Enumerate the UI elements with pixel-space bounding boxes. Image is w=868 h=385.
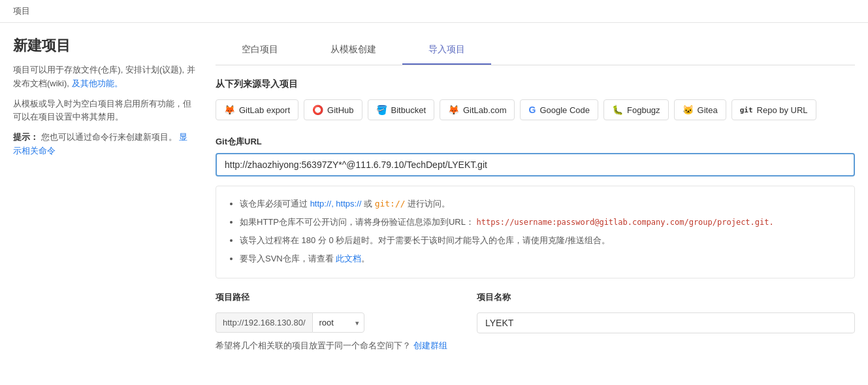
- example-url-code: https://username:password@gitlab.company…: [477, 218, 774, 227]
- source-repo-by-url[interactable]: git Repo by URL: [731, 99, 816, 120]
- tip-text: 您也可以通过命令行来创建新项目。: [41, 132, 177, 142]
- source-bitbucket[interactable]: 🪣 Bitbucket: [368, 99, 434, 120]
- bitbucket-icon: 🪣: [376, 105, 387, 115]
- description-1: 项目可以用于存放文件(仓库), 安排计划(议题), 并发布文档(wiki), 及…: [13, 63, 196, 91]
- source-gitlab-export-label: GitLab export: [239, 105, 290, 115]
- left-panel: 新建项目 项目可以用于存放文件(仓库), 安排计划(议题), 并发布文档(wik…: [13, 36, 196, 352]
- source-repo-url-label: Repo by URL: [757, 105, 808, 115]
- repo-by-url-icon: git: [740, 106, 753, 114]
- git-url-input[interactable]: [216, 153, 855, 176]
- gitlab-export-icon: 🦊: [224, 105, 235, 115]
- fogbugz-icon: 🐛: [612, 105, 623, 115]
- import-sources-list: 🦊 GitLab export ⭕ GitHub 🪣 Bitbucket 🦊 G…: [216, 99, 855, 120]
- info-box: 该仓库必须可通过 http://, https:// 或 git:// 进行访问…: [216, 186, 855, 278]
- path-select-wrapper: root: [312, 312, 364, 333]
- project-name-input[interactable]: [477, 312, 855, 333]
- tip-section: 提示： 您也可以通过命令行来创建新项目。 显示相关命令: [13, 131, 196, 158]
- namespace-select[interactable]: root: [312, 312, 364, 333]
- source-gitea[interactable]: 🐱 Gitea: [674, 99, 726, 120]
- help-text-before: 希望将几个相关联的项目放置于同一个命名空间下？: [216, 341, 411, 350]
- git-url-label: Git仓库URL: [216, 136, 855, 148]
- source-fogbugz[interactable]: 🐛 Fogbugz: [603, 99, 669, 120]
- source-gitea-label: Gitea: [698, 105, 718, 115]
- project-path-label: 项目路径: [216, 292, 464, 303]
- http-link[interactable]: http://, https://: [310, 199, 362, 209]
- tab-from-template[interactable]: 从模板创建: [304, 36, 402, 65]
- project-path-group: 项目路径 http://192.168.130.80/ root: [216, 292, 464, 333]
- info-bullet-1: 该仓库必须可通过 http://, https:// 或 git:// 进行访问…: [240, 195, 843, 212]
- source-gitlab-export[interactable]: 🦊 GitLab export: [216, 99, 298, 120]
- source-gitlabcom-label: GitLab.com: [463, 105, 506, 115]
- google-code-icon: G: [528, 105, 536, 115]
- svn-doc-link[interactable]: 此文档: [336, 254, 361, 263]
- source-github-label: GitHub: [327, 105, 353, 115]
- tip-label: 提示：: [13, 132, 39, 142]
- info-bullet-3: 该导入过程将在 180 分 0 秒后超时。对于需要长于该时间才能导入的仓库，请使…: [240, 232, 843, 249]
- breadcrumb-bar: 项目: [0, 0, 868, 23]
- import-section-title: 从下列来源导入项目: [216, 78, 855, 90]
- path-prefix: http://192.168.130.80/: [216, 312, 312, 333]
- other-features-link[interactable]: 及其他功能。: [72, 78, 123, 88]
- project-name-group: 项目名称: [477, 292, 855, 333]
- info-bullet-2: 如果HTTP仓库不可公开访问，请将身份验证信息添加到URL： https://u…: [240, 214, 843, 231]
- description-2: 从模板或导入时为空白项目将启用所有功能，但可以在项目设置中将其禁用。: [13, 97, 196, 125]
- source-google-code[interactable]: G Google Code: [520, 99, 598, 120]
- breadcrumb-text: 项目: [13, 6, 30, 16]
- github-icon: ⭕: [312, 105, 323, 115]
- create-group-link[interactable]: 创建群组: [413, 341, 447, 350]
- source-fogbugz-label: Fogbugz: [627, 105, 660, 115]
- info-bullet-4: 要导入SVN仓库，请查看 此文档。: [240, 250, 843, 267]
- path-row: http://192.168.130.80/ root: [216, 312, 464, 333]
- tab-import-project[interactable]: 导入项目: [402, 36, 491, 65]
- gitlabcom-icon: 🦊: [448, 105, 459, 115]
- tab-blank-project[interactable]: 空白项目: [216, 36, 304, 65]
- gitea-icon: 🐱: [683, 105, 694, 115]
- help-text: 希望将几个相关联的项目放置于同一个命名空间下？ 创建群组: [216, 340, 855, 352]
- git-protocol-code: git://: [375, 199, 406, 209]
- project-name-label: 项目名称: [477, 292, 855, 303]
- right-panel: 空白项目 从模板创建 导入项目 从下列来源导入项目 🦊 GitLab expor…: [216, 36, 855, 352]
- source-github[interactable]: ⭕ GitHub: [304, 99, 362, 120]
- tabs-container: 空白项目 从模板创建 导入项目: [216, 36, 855, 65]
- source-gitlabcom[interactable]: 🦊 GitLab.com: [440, 99, 515, 120]
- page-title: 新建项目: [13, 36, 196, 56]
- bottom-fields: 项目路径 http://192.168.130.80/ root 项目名称: [216, 292, 855, 333]
- source-bitbucket-label: Bitbucket: [391, 105, 426, 115]
- source-google-code-label: Google Code: [539, 105, 590, 115]
